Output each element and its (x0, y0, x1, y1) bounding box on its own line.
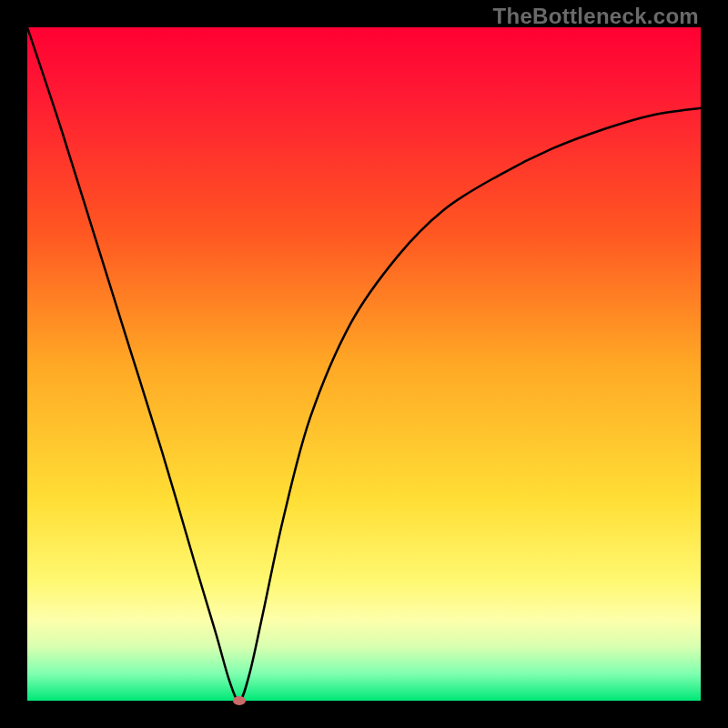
minimum-marker (233, 696, 246, 705)
chart-frame: TheBottleneck.com (0, 0, 728, 728)
watermark-text: TheBottleneck.com (493, 4, 699, 29)
bottleneck-curve (27, 27, 701, 701)
plot-area (27, 27, 701, 701)
